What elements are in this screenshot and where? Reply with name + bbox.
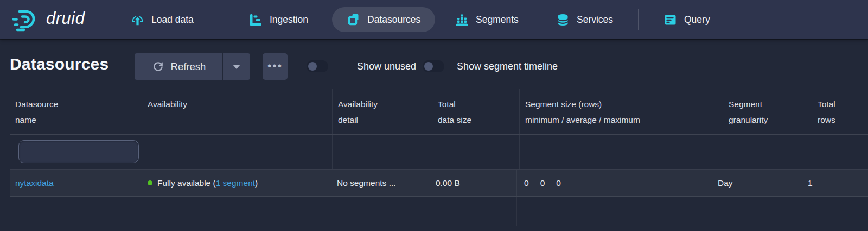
- show-unused-toggle[interactable]: [307, 60, 328, 72]
- availability-cell: Fully available (1 segment): [142, 170, 331, 196]
- availability-text-suffix: ): [255, 178, 258, 188]
- column-header-availability-detail[interactable]: Availability detail: [333, 89, 432, 134]
- nav-item-label: Load data: [151, 14, 194, 26]
- empty-table-row: [10, 197, 868, 226]
- filter-cell: [333, 135, 432, 169]
- filter-cell: [142, 135, 333, 169]
- availability-text: Fully available (: [157, 178, 216, 188]
- availability-detail-cell: No segments ...: [331, 170, 430, 196]
- refresh-button-label: Refresh: [171, 61, 206, 73]
- nav-divider: [229, 9, 229, 30]
- datasource-name-link[interactable]: nytaxidata: [10, 170, 142, 196]
- nav-item-segments[interactable]: Segments: [455, 0, 519, 39]
- upload-arrow-icon: [130, 13, 145, 27]
- more-dots-icon: •••: [267, 53, 283, 78]
- database-icon: [556, 13, 570, 27]
- druid-wordmark: druid: [46, 9, 85, 28]
- column-header-total-data-size[interactable]: Total data size: [432, 89, 520, 134]
- nav-item-label: Query: [684, 14, 710, 26]
- filter-cell: [723, 135, 812, 169]
- nav-divider: [110, 9, 110, 30]
- query-editor-icon: [663, 13, 678, 27]
- total-data-size-cell: 0.00 B: [430, 170, 517, 196]
- filter-cell-datasource-name: [10, 135, 142, 169]
- segment-count-link[interactable]: 1 segment: [216, 178, 255, 188]
- druid-console-datasources-view: druid Load data Ingestio: [0, 0, 868, 231]
- nav-item-label: Datasources: [367, 14, 420, 26]
- stacked-layers-icon: [347, 13, 361, 27]
- total-rows-cell: 1: [802, 170, 868, 196]
- show-segment-timeline-label: Show segment timeline: [457, 61, 558, 72]
- gantt-chart-icon: [248, 13, 263, 27]
- column-header-total-rows[interactable]: Total rows: [812, 89, 868, 134]
- filter-cell: [520, 135, 723, 169]
- caret-down-icon: [233, 65, 240, 69]
- refresh-button[interactable]: Refresh: [135, 53, 222, 80]
- available-dot-icon: [148, 180, 152, 185]
- filter-cell: [812, 135, 868, 169]
- nav-item-label: Ingestion: [270, 14, 308, 26]
- show-unused-label: Show unused: [357, 61, 416, 72]
- page-title: Datasources: [10, 55, 108, 73]
- datasources-table: Datasource name Availability Availabilit…: [0, 89, 868, 226]
- table-header-row: Datasource name Availability Availabilit…: [10, 89, 868, 135]
- datasource-name-filter-input[interactable]: [18, 140, 139, 163]
- nav-item-load-data[interactable]: Load data: [130, 0, 194, 39]
- nav-item-query[interactable]: Query: [663, 0, 710, 39]
- nav-item-label: Segments: [476, 14, 519, 26]
- refresh-dropdown-button[interactable]: [223, 53, 250, 80]
- toggle-knob: [424, 62, 433, 71]
- nav-item-datasources-active[interactable]: Datasources: [332, 7, 435, 32]
- column-header-datasource-name[interactable]: Datasource name: [10, 89, 142, 134]
- show-segment-timeline-toggle[interactable]: [423, 60, 444, 72]
- druid-logo[interactable]: druid: [12, 0, 85, 39]
- druid-logo-icon: [12, 8, 40, 32]
- segment-granularity-cell: Day: [712, 170, 802, 196]
- column-header-availability[interactable]: Availability: [142, 89, 333, 134]
- more-actions-button[interactable]: •••: [263, 53, 288, 80]
- filter-cell: [432, 135, 520, 169]
- nav-item-label: Services: [577, 14, 613, 26]
- column-header-segment-granularity[interactable]: Segment granularity: [723, 89, 812, 134]
- top-navbar: druid Load data Ingestio: [0, 0, 868, 39]
- segment-size-min: 0: [524, 170, 529, 196]
- table-filter-row: [10, 135, 868, 170]
- nav-item-services[interactable]: Services: [556, 0, 613, 39]
- segment-size-cell: 000: [517, 170, 712, 196]
- nav-item-ingestion[interactable]: Ingestion: [248, 0, 308, 39]
- stacked-bar-chart-icon: [455, 13, 469, 27]
- refresh-icon: [151, 60, 165, 73]
- show-segment-timeline-control: Show segment timeline: [423, 60, 558, 72]
- column-header-segment-size[interactable]: Segment size (rows) minimum / average / …: [520, 89, 723, 134]
- datasource-row-nytaxidata: nytaxidata Fully available (1 segment) N…: [10, 170, 868, 197]
- nav-divider: [638, 9, 639, 30]
- show-unused-control: Show unused: [307, 60, 416, 72]
- segment-size-max: 0: [556, 170, 561, 196]
- segment-size-avg: 0: [540, 170, 545, 196]
- toggle-knob: [308, 62, 317, 71]
